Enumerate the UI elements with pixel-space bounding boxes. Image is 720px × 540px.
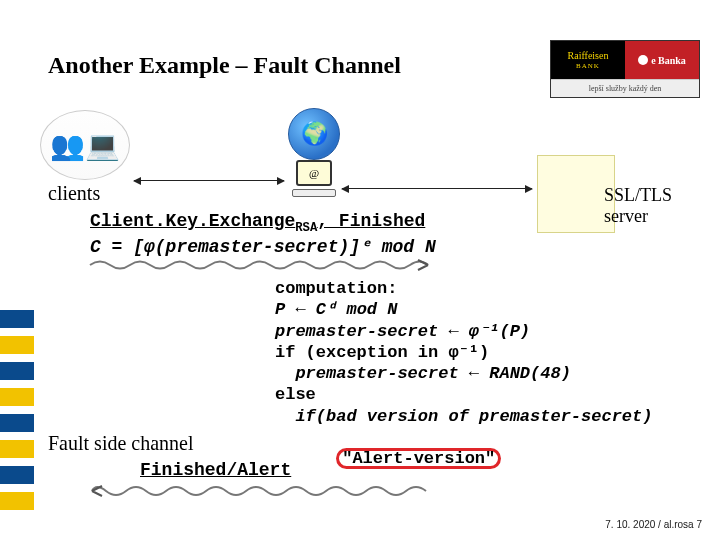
exchange-line1-sub: RSA — [295, 221, 317, 235]
comp-l1: computation: — [275, 279, 397, 298]
comp-l2: P ← Cᵈ mod N — [275, 300, 397, 319]
fault-side-channel-label: Fault side channel — [48, 432, 194, 455]
ebanka-logo-right: e Banka — [625, 41, 699, 79]
alert-version-highlight: "Alert-version" — [336, 448, 501, 469]
comp-l3: premaster-secret ← φ⁻¹(P) — [275, 322, 530, 341]
globe-icon: 🌍 — [288, 108, 340, 160]
pc-icon: @ — [290, 160, 338, 204]
ebanka-label: e Banka — [651, 55, 686, 66]
client-key-exchange-text: Client.Key.ExchangeRSA, Finished C = [φ(… — [90, 210, 436, 258]
exchange-line1: Client.Key.ExchangeRSA, Finished — [90, 210, 436, 236]
logo-bank-name: Raiffeisen — [568, 50, 609, 61]
clients-illustration: 👥💻 — [40, 110, 130, 180]
pc-screen-icon: @ — [296, 160, 332, 186]
users-icon: 👥💻 — [50, 129, 120, 162]
comp-l4: if (exception in φ⁻¹) — [275, 343, 489, 362]
comp-l5: premaster-secret ← RAND(48) — [275, 364, 571, 383]
arrow-pc-to-clients — [134, 180, 284, 181]
raiffeisen-bank-logo-left: Raiffeisen BANK — [551, 41, 625, 79]
logo-bank-sub: BANK — [576, 62, 600, 70]
slide-side-stripes — [0, 310, 34, 510]
finished-alert-label: Finished/Alert — [140, 460, 291, 480]
logo-tagline: lepší služby každý den — [551, 79, 699, 97]
comp-l6: else — [275, 385, 316, 404]
slide-title: Another Example – Fault Channel — [48, 52, 401, 79]
computation-block: computation: P ← Cᵈ mod N premaster-secr… — [275, 278, 652, 469]
ebanka-icon — [638, 55, 648, 65]
server-label: SSL/TLS server — [604, 185, 694, 227]
arrow-exchange-to-server — [88, 256, 440, 274]
exchange-line1-a: Client.Key.Exchange — [90, 211, 295, 231]
slide-footer: 7. 10. 2020 / al.rosa 7 — [605, 519, 702, 530]
arrow-alert-to-client — [88, 480, 428, 502]
arrow-server-to-pc — [342, 188, 532, 189]
clients-label: clients — [48, 182, 100, 205]
exchange-line1-b: , Finished — [317, 211, 425, 231]
raiffeisen-logo: Raiffeisen BANK e Banka lepší služby kaž… — [550, 40, 700, 98]
comp-l7: if(bad version of premaster-secret) — [275, 407, 652, 426]
exchange-line2: C = [φ(premaster-secret)]ᵉ mod N — [90, 236, 436, 259]
pc-base-icon — [292, 189, 336, 197]
